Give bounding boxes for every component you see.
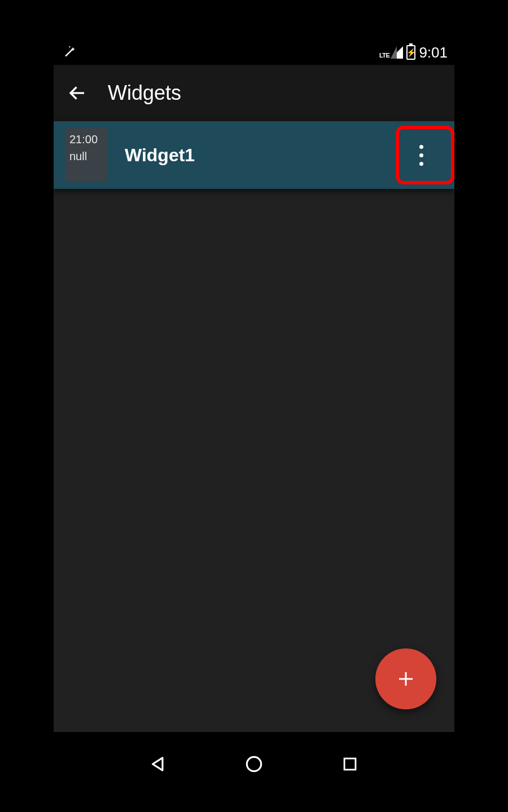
- svg-marker-3: [153, 758, 163, 770]
- widget-preview-thumbnail: 21:00 null: [65, 128, 108, 182]
- arrow-left-icon: [67, 83, 87, 103]
- signal-indicator: LTE: [379, 46, 403, 59]
- network-label: LTE: [379, 52, 389, 59]
- square-recents-icon: [340, 754, 360, 774]
- widget-preview-line1: 21:00: [69, 133, 103, 146]
- battery-charging-icon: ⚡: [406, 45, 415, 60]
- circle-home-icon: [243, 753, 265, 775]
- add-widget-fab[interactable]: [375, 648, 436, 709]
- status-clock: 9:01: [419, 44, 448, 61]
- status-bar: LTE ⚡ 9:01: [54, 42, 454, 65]
- plus-icon: [396, 669, 416, 689]
- svg-point-4: [247, 757, 261, 771]
- back-button[interactable]: [60, 76, 94, 110]
- nav-recents-button[interactable]: [333, 747, 367, 781]
- widget-list-item[interactable]: 21:00 null Widget1: [54, 121, 454, 189]
- device-frame: LTE ⚡ 9:01 Widgets 21:00 null W: [0, 0, 508, 812]
- widget-item-title: Widget1: [125, 145, 396, 166]
- status-bar-right: LTE ⚡ 9:01: [379, 44, 448, 61]
- more-vertical-icon: [419, 145, 423, 166]
- nav-back-button[interactable]: [141, 747, 175, 781]
- signal-strength-icon: [391, 46, 403, 59]
- more-options-button[interactable]: [396, 130, 446, 180]
- widget-preview-line2: null: [69, 149, 103, 163]
- app-bar: Widgets: [54, 65, 454, 121]
- triangle-back-icon: [147, 753, 169, 775]
- status-bar-left: [60, 45, 76, 60]
- svg-rect-5: [344, 758, 356, 770]
- page-title: Widgets: [108, 81, 181, 105]
- app-content: Widgets 21:00 null Widget1: [54, 65, 454, 732]
- nav-home-button[interactable]: [237, 747, 271, 781]
- system-nav-bar: [54, 739, 454, 789]
- magic-wand-icon: [60, 45, 76, 60]
